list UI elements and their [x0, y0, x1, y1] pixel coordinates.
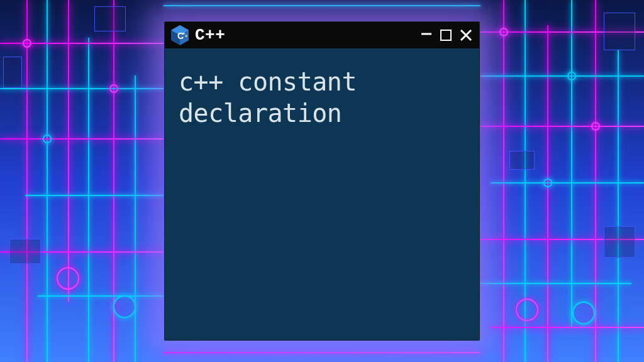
- window-controls: [420, 28, 473, 43]
- content-text: c++ constant declaration: [179, 67, 357, 128]
- cpp-logo-icon: C + +: [171, 25, 189, 45]
- svg-text:+: +: [185, 34, 187, 38]
- minimize-button[interactable]: [420, 28, 433, 43]
- close-button[interactable]: [459, 28, 473, 42]
- window-title: C++: [195, 26, 420, 45]
- maximize-button[interactable]: [440, 30, 452, 41]
- terminal-content: c++ constant declaration: [165, 48, 479, 146]
- terminal-window: C + + C++ c++ constant declaration: [164, 21, 480, 341]
- titlebar[interactable]: C + + C++: [165, 22, 479, 48]
